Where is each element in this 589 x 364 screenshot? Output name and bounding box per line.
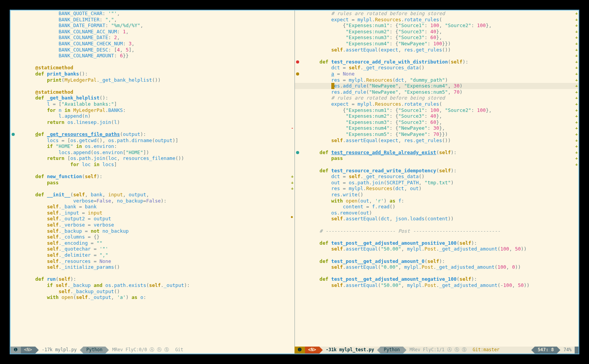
code-line[interactable]: return [os.path.join(loc, resources_file… <box>24 155 184 161</box>
code-line[interactable]: res.write() <box>308 192 363 198</box>
right-pane[interactable]: # rules are rotated before being stored … <box>295 10 579 347</box>
code-line[interactable]: self._verbose = verbose <box>24 222 114 228</box>
code-line[interactable]: "Expenses:num5": {"NewPayee": 70}}) <box>308 131 448 137</box>
code-line[interactable]: for loc in locs] <box>24 161 117 168</box>
code-line[interactable]: "Expenses:num4": {"NewPayee": 30}, <box>308 125 445 131</box>
scroll-percentage: 74% <box>560 347 575 354</box>
code-line[interactable]: def test_resource_add_rule_with_distribu… <box>308 59 468 65</box>
code-line[interactable]: self._input = input <box>24 210 102 216</box>
diff-added-icon: + <box>575 149 578 156</box>
code-line[interactable]: def __init__(self, bank, input, output, <box>24 192 149 198</box>
code-line[interactable]: {"Expenses:num1": {"Source1": 100, "Sour… <box>308 22 492 29</box>
code-line[interactable]: "Expenses:num2": {"Source3": 40}, <box>308 29 442 35</box>
code-line[interactable]: BANK_DELIMITER: ",", <box>24 17 117 23</box>
code-line[interactable]: self._initialize_params() <box>24 264 120 270</box>
flycheck-info-icon[interactable] <box>296 151 299 154</box>
code-line[interactable]: def test_post__get_adjusted_amount_negat… <box>308 276 477 282</box>
code-line[interactable]: def test_post__get_adjusted_amount_posit… <box>308 240 477 246</box>
code-line[interactable]: self.assertEqual(expect, res.get_rules()… <box>308 47 451 53</box>
code-line[interactable]: content = f.read() <box>308 204 396 210</box>
code-line[interactable]: res = mylpl.Resources(dct, out) <box>308 185 422 192</box>
code-line[interactable]: def run(self): <box>24 276 76 282</box>
modeline-right[interactable]: ❷ <N> - 31k mylpl_test.py Python MRev Fl… <box>294 347 579 354</box>
code-line[interactable]: # rules are rotated before being stored <box>308 10 445 17</box>
code-line[interactable]: self._resources = None <box>24 258 111 264</box>
code-line[interactable]: a = None <box>308 71 355 77</box>
code-line[interactable]: pass <box>24 180 59 186</box>
code-line[interactable]: with open(out, 'r') as f: <box>308 198 404 204</box>
code-line[interactable]: l = ["Available banks:"] <box>24 101 117 107</box>
code-line[interactable]: expect = mylpl.Resources.rotate_rules( <box>308 101 442 107</box>
code-line[interactable]: if self._backup and os.path.exists(self.… <box>24 282 190 288</box>
code-line[interactable]: def new_function(self): <box>24 173 102 180</box>
code-line[interactable]: locs = [os.getcwd(), os.path.dirname(out… <box>24 137 178 144</box>
code-line[interactable]: self.assertEqual("50.00", mylpl.Post._ge… <box>308 282 530 288</box>
flycheck-info-icon[interactable] <box>12 133 15 136</box>
code-line[interactable]: self.assertEqual(expect, res.get_rules()… <box>308 137 451 144</box>
left-pane[interactable]: BANK_QUOTE_CHAR: '"', BANK_DELIMITER: ",… <box>10 10 295 347</box>
code-line[interactable]: def print_banks(): <box>24 71 88 77</box>
flycheck-err-icon[interactable] <box>296 60 299 64</box>
code-line[interactable]: # ------------------------ Post --------… <box>308 228 501 234</box>
code-line[interactable]: BANK_COLNAME_DESC: [4, 5], <box>24 47 134 53</box>
code-line[interactable]: {"Expenses:num1": {"Source1": 100, "Sour… <box>308 107 492 113</box>
buffer-size: - 31k mylpl_test.py <box>323 347 377 354</box>
code-line[interactable]: expect = mylpl.Resources.rotate_rules( <box>308 17 442 23</box>
code-line[interactable]: "Expenses:num3": {"Source3": 60}, <box>308 34 442 41</box>
major-mode[interactable]: Python <box>83 347 106 354</box>
code-line[interactable]: res.add_rule("NewPayee", "Expenses:num5"… <box>308 89 463 95</box>
code-line[interactable]: self._delimiter = "," <box>24 252 108 258</box>
code-line[interactable]: verbose=False, no_backup=False): <box>24 198 167 204</box>
code-line[interactable]: def test_resource_add_Rule_already_exist… <box>308 149 457 156</box>
diff-added-icon: + <box>575 89 578 95</box>
code-line[interactable]: locs.append(os.environ["HOME"]) <box>24 149 149 156</box>
code-line[interactable]: "Expenses:num4": {"NewPayee": 100}}) <box>308 41 451 47</box>
vc-branch: Git <box>172 347 186 354</box>
code-line[interactable]: self.assertEqual("0.00", mylpl.Post._get… <box>308 264 521 270</box>
code-line[interactable]: "Expenses:num2": {"Source3": 40}, <box>308 113 442 119</box>
code-line[interactable]: def test_resource_read_write_idempotency… <box>308 168 457 174</box>
code-line[interactable]: self._backup = not no_backup <box>24 228 129 234</box>
code-line[interactable]: self._quotechar = '"' <box>24 246 108 252</box>
code-line[interactable]: if "HOME" in os.environ: <box>24 143 117 149</box>
code-line[interactable]: return os.linesep.join(l) <box>24 119 120 125</box>
code-line[interactable]: dct = self._get_resources_data() <box>308 173 425 180</box>
code-line[interactable]: BANK_COLNAME_DATE: 2, <box>24 34 120 41</box>
code-line[interactable]: print(MyLedgerPal._get_bank_helplist()) <box>24 77 161 83</box>
modeline-left[interactable]: ❶ <N> - 17k mylpl.py Python MRev FlyC:0/… <box>10 347 294 354</box>
major-mode[interactable]: Python <box>381 347 403 354</box>
code-line[interactable]: @staticmethod <box>24 89 73 95</box>
code-line[interactable]: BANK_QUOTE_CHAR: '"', <box>24 10 120 17</box>
flycheck-warn-icon[interactable] <box>296 72 299 76</box>
code-line[interactable]: self._columns = {} <box>24 234 100 240</box>
code-line[interactable]: self._encoding = "" <box>24 240 102 246</box>
code-line[interactable]: with open(self._output, 'a') as o: <box>24 294 146 300</box>
code-line[interactable]: def _get_bank_helplist(): <box>24 95 108 101</box>
code-line[interactable]: self._bank = bank <box>24 204 96 210</box>
code-line[interactable]: self.assertEqual("50.00", mylpl.Post._ge… <box>308 246 527 252</box>
code-line[interactable]: self._backup_output() <box>24 288 120 295</box>
code-line[interactable]: self.assertEqual(dct, json.loads(content… <box>308 216 454 222</box>
code-line[interactable]: "Expenses:num3": {"Source3": 60}, <box>308 119 442 125</box>
code-line[interactable]: BANK_COLNAME_ACC_NUM: 1, <box>24 29 129 35</box>
code-line[interactable]: # rules are rotated before being stored <box>308 95 445 101</box>
split-panes: BANK_QUOTE_CHAR: '"', BANK_DELIMITER: ",… <box>10 10 579 347</box>
code-line[interactable]: BANK_DATE_FORMAT: "%m/%d/%Y", <box>24 22 143 29</box>
code-line[interactable]: pass <box>308 155 343 161</box>
code-line[interactable]: l.append(n) <box>24 113 91 119</box>
code-line[interactable]: @staticmethod <box>24 65 73 71</box>
code-line[interactable]: BANK_COLNAME_CHECK_NUM: 3, <box>24 41 134 47</box>
evil-state-indicator: <N> <box>305 347 319 354</box>
code-line[interactable]: def test_post__get_adjusted_amount_0(sel… <box>308 258 445 264</box>
code-line[interactable]: out = os.path.join(SCRIPT_PATH, "tmp.txt… <box>308 180 454 186</box>
code-line[interactable]: def _get_resources_file_paths(output): <box>24 131 146 137</box>
diff-added-icon: + <box>291 185 294 192</box>
code-line[interactable]: res = mylpl.Resources(dct, "dummy_path") <box>308 77 448 83</box>
code-line[interactable]: os.remove(out) <box>308 210 372 216</box>
minor-modes: MRev FlyC:0/0 Ⓐ ⓗ Ⓢ <box>109 347 172 354</box>
code-line[interactable]: self._output2 = output <box>24 216 111 222</box>
code-line[interactable]: dct = self._get_resources_data() <box>308 65 425 71</box>
diff-added-icon: + <box>575 131 578 137</box>
code-line[interactable]: for n in MyLedgerPal.BANKS: <box>24 107 126 113</box>
code-line[interactable]: BANK_COLNAME_AMOUNT: 6}} <box>24 53 129 59</box>
